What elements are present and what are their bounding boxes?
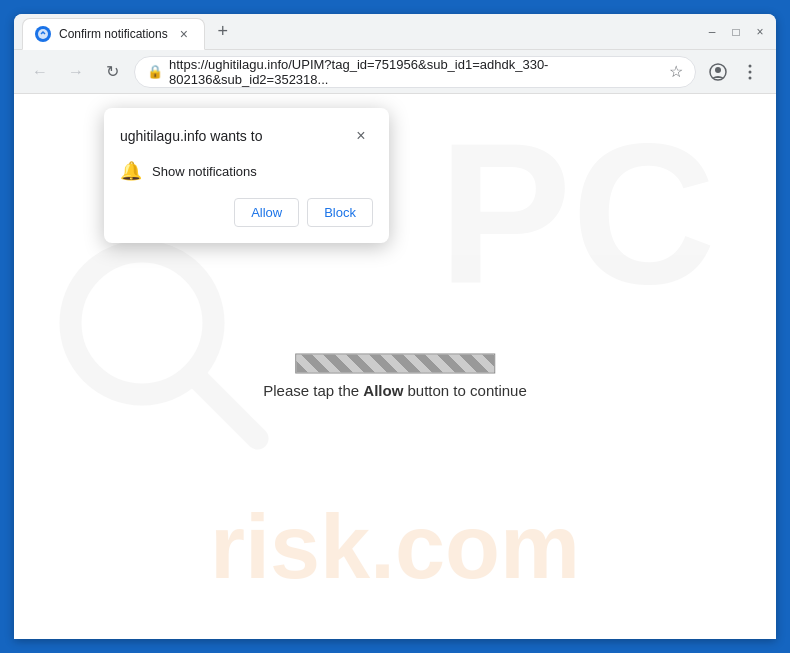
tab-title: Confirm notifications <box>59 27 168 41</box>
lock-icon: 🔒 <box>147 64 163 79</box>
active-tab[interactable]: Confirm notifications × <box>22 18 205 50</box>
svg-point-0 <box>38 29 48 39</box>
block-button[interactable]: Block <box>307 198 373 227</box>
dialog-title: ughitilagu.info wants to <box>120 128 262 144</box>
notification-dialog: ughitilagu.info wants to × 🔔 Show notifi… <box>104 108 389 243</box>
watermark-search-icon <box>54 235 274 455</box>
minimize-button[interactable]: – <box>704 24 720 40</box>
allow-button[interactable]: Allow <box>234 198 299 227</box>
permission-text: Show notifications <box>152 164 257 179</box>
bookmark-icon[interactable]: ☆ <box>669 62 683 81</box>
tab-close-button[interactable]: × <box>176 26 192 42</box>
profile-button[interactable] <box>704 58 732 86</box>
title-bar: Confirm notifications × + – □ × <box>14 14 776 50</box>
dialog-buttons: Allow Block <box>120 198 373 227</box>
toolbar-icons <box>704 58 764 86</box>
svg-point-5 <box>749 76 752 79</box>
page-content: PC risk.com Please tap the Allow button … <box>14 94 776 639</box>
browser-window: Confirm notifications × + – □ × ← → ↻ 🔒 … <box>14 14 776 639</box>
address-bar: ← → ↻ 🔒 https://ughitilagu.info/UPIM?tag… <box>14 50 776 94</box>
url-text: https://ughitilagu.info/UPIM?tag_id=7519… <box>169 57 663 87</box>
window-controls: – □ × <box>704 24 768 40</box>
bell-icon: 🔔 <box>120 160 142 182</box>
svg-point-3 <box>749 64 752 67</box>
forward-button[interactable]: → <box>62 58 90 86</box>
dialog-close-button[interactable]: × <box>349 124 373 148</box>
new-tab-button[interactable]: + <box>209 18 237 46</box>
dialog-header: ughitilagu.info wants to × <box>120 124 373 148</box>
page-message: Please tap the Allow button to continue <box>263 353 527 398</box>
page-instruction-text: Please tap the Allow button to continue <box>263 381 527 398</box>
maximize-button[interactable]: □ <box>728 24 744 40</box>
url-bar[interactable]: 🔒 https://ughitilagu.info/UPIM?tag_id=75… <box>134 56 696 88</box>
svg-point-2 <box>715 67 721 73</box>
window-close-button[interactable]: × <box>752 24 768 40</box>
refresh-button[interactable]: ↻ <box>98 58 126 86</box>
progress-bar <box>295 353 495 373</box>
svg-line-7 <box>197 378 258 439</box>
svg-point-4 <box>749 70 752 73</box>
watermark-risk-text: risk.com <box>210 496 580 599</box>
tab-favicon <box>35 26 51 42</box>
watermark-pc-text: PC <box>438 114 716 314</box>
menu-button[interactable] <box>736 58 764 86</box>
tab-area: Confirm notifications × + <box>22 14 704 49</box>
dialog-permission-row: 🔔 Show notifications <box>120 160 373 182</box>
back-button[interactable]: ← <box>26 58 54 86</box>
